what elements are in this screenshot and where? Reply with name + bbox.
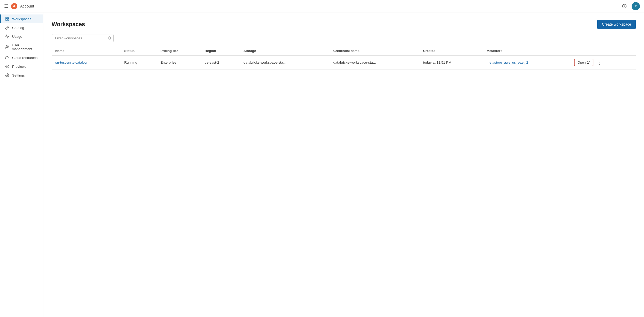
actions-cell: Open ⋮ [574,59,632,66]
sidebar-item-usage[interactable]: Usage [0,32,43,41]
more-options-button[interactable]: ⋮ [595,59,603,66]
sidebar-label-settings: Settings [12,73,25,77]
col-status: Status [121,46,157,56]
open-button[interactable]: Open [574,59,594,66]
svg-rect-6 [7,19,9,20]
filter-input-wrap [52,34,114,42]
workspaces-table: Name Status Pricing tier Region Storage … [52,46,636,70]
svg-line-11 [110,39,111,40]
catalog-icon [5,26,10,30]
svg-point-8 [7,66,8,67]
metastore-link[interactable]: metastore_aws_us_east_2 [486,61,528,64]
col-region: Region [201,46,240,56]
cell-storage: databricks-workspace-sta… [240,56,330,70]
logo-icon [11,3,18,10]
create-workspace-button[interactable]: Create workspace [597,20,636,29]
search-button[interactable] [108,36,112,40]
col-metastore: Metastore [483,46,570,56]
col-actions [570,46,636,56]
workspaces-icon [5,17,10,21]
workspace-name-link[interactable]: sn-test-unity-catalog [55,61,87,64]
sidebar-label-usage: Usage [12,35,22,39]
cell-created: today at 11:51 PM [419,56,483,70]
sidebar: Workspaces Catalog Usage [0,12,43,317]
cell-metastore: metastore_aws_us_east_2 [483,56,570,70]
table-row: sn-test-unity-catalog Running Enterprise… [52,56,636,70]
sidebar-item-catalog[interactable]: Catalog [0,23,43,32]
main-content: Workspaces Create workspace Name Stat [43,12,644,317]
header: ☰ Account Y [0,0,644,12]
cell-name: sn-test-unity-catalog [52,56,121,70]
col-credential-name: Credential name [330,46,420,56]
col-created: Created [419,46,483,56]
cell-region: us-east-2 [201,56,240,70]
svg-point-7 [6,46,7,47]
sidebar-label-user-management: User management [12,43,39,51]
sidebar-item-workspaces[interactable]: Workspaces [0,14,43,23]
header-right: Y [620,2,640,10]
external-link-icon [587,61,590,64]
app-body: Workspaces Catalog Usage [0,12,644,317]
page-title: Workspaces [52,21,85,28]
header-left: ☰ Account [4,3,34,10]
filter-workspaces-input[interactable] [52,34,114,42]
filter-bar [52,34,636,42]
col-storage: Storage [240,46,330,56]
previews-icon [5,64,10,69]
usage-icon [5,34,10,39]
cell-status: Running [121,56,157,70]
col-pricing-tier: Pricing tier [157,46,201,56]
sidebar-label-previews: Previews [12,65,26,69]
svg-point-9 [7,75,8,76]
cell-actions: Open ⋮ [570,56,636,70]
sidebar-item-settings[interactable]: Settings [0,71,43,80]
table-body: sn-test-unity-catalog Running Enterprise… [52,56,636,70]
sidebar-label-workspaces: Workspaces [12,17,31,21]
sidebar-label-cloud-resources: Cloud resources [12,56,37,60]
cloud-resources-icon [5,56,10,60]
cell-credential-name: databricks-workspace-sta… [330,56,420,70]
svg-rect-4 [7,17,9,19]
table-header: Name Status Pricing tier Region Storage … [52,46,636,56]
settings-icon [5,73,10,77]
help-button[interactable] [620,2,629,10]
sidebar-item-user-management[interactable]: User management [0,41,43,53]
user-management-icon [5,45,9,49]
user-avatar[interactable]: Y [632,2,640,10]
sidebar-label-catalog: Catalog [12,26,24,30]
col-name: Name [52,46,121,56]
svg-line-12 [588,61,590,63]
header-title: Account [20,4,34,8]
svg-point-10 [108,37,111,39]
svg-rect-5 [6,19,7,20]
cell-pricing-tier: Enterprise [157,56,201,70]
menu-icon[interactable]: ☰ [4,3,8,9]
page-header: Workspaces Create workspace [52,20,636,29]
sidebar-item-cloud-resources[interactable]: Cloud resources [0,53,43,62]
svg-rect-3 [6,17,7,19]
sidebar-item-previews[interactable]: Previews [0,62,43,71]
